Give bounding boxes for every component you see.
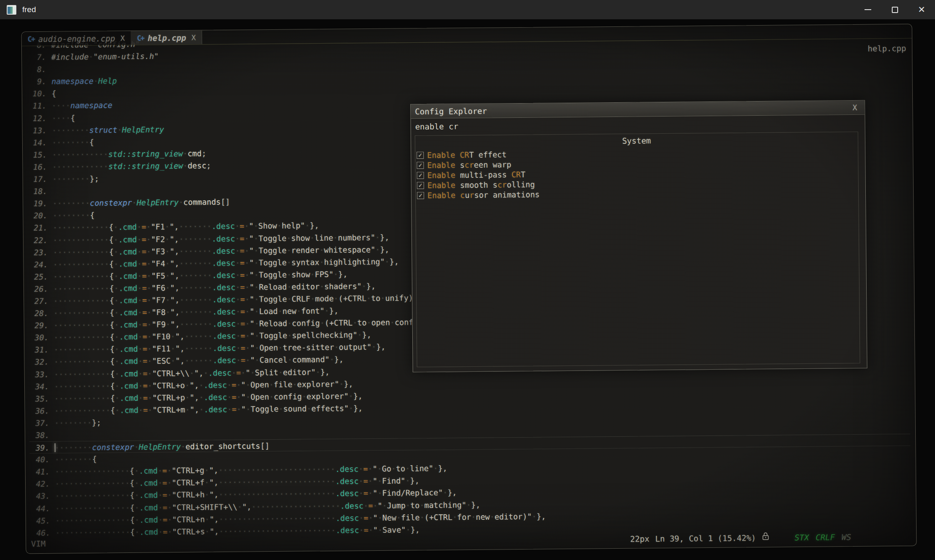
code-token: {: [90, 211, 94, 220]
checkbox-icon[interactable]: ✓: [417, 171, 424, 179]
whitespace-dots: ·: [171, 344, 175, 353]
code-token: },: [353, 404, 362, 412]
checkbox-icon[interactable]: ✓: [417, 192, 424, 199]
code-token: ,: [214, 490, 219, 499]
whitespace-dots: ·: [137, 259, 142, 268]
code-token: .cmd: [119, 332, 138, 341]
code-token: ": [169, 223, 174, 231]
config-search-input[interactable]: [411, 115, 865, 135]
code-token: matching": [424, 500, 466, 510]
dialog-close-button[interactable]: X: [849, 103, 860, 112]
code-token: {: [109, 223, 113, 232]
line-number: 16.: [27, 161, 47, 174]
whitespace-dots: ·: [254, 307, 259, 316]
code-token: =: [368, 501, 373, 510]
checkbox-icon[interactable]: ✓: [417, 161, 424, 169]
whitespace-dots: ·: [137, 235, 141, 244]
code-token: .desc: [336, 526, 359, 534]
whitespace-dots: ·: [183, 149, 188, 158]
code-token: {: [109, 235, 114, 244]
code-token: Find/Replace": [382, 488, 443, 498]
whitespace-dots: ·: [471, 513, 476, 521]
maximize-button[interactable]: [881, 0, 908, 19]
line-number: 8.: [26, 63, 46, 76]
code-token: "CTRL+p: [152, 393, 185, 402]
code-token: .cmd: [139, 503, 158, 512]
code-token: line: [315, 233, 333, 242]
whitespace-dots: ·: [138, 381, 143, 390]
code-token: command": [292, 355, 329, 364]
whitespace-dots: ·: [377, 477, 382, 485]
close-button[interactable]: ✕: [908, 0, 935, 19]
checkbox-icon[interactable]: ✓: [417, 181, 424, 189]
code-token: ,: [195, 405, 199, 414]
code-token: ": [250, 319, 254, 328]
code-token: "CTRL+h: [172, 490, 205, 500]
whitespace-dots: ·: [287, 283, 292, 291]
minimize-button[interactable]: [854, 0, 881, 19]
line-number: 13.: [27, 124, 47, 137]
whitespace-dots: ·: [235, 246, 240, 255]
code-token: =: [141, 223, 146, 231]
whitespace-dots: ············: [53, 296, 109, 305]
code-token: .cmd: [139, 491, 158, 500]
whitespace-dots: ·: [137, 284, 142, 293]
code-token: =: [143, 357, 147, 366]
tab-audio-engine[interactable]: C+ audio-engine.cpp X: [22, 31, 131, 46]
code-token: },: [380, 233, 389, 241]
whitespace-dots: ·: [138, 406, 143, 415]
tab-close-icon[interactable]: X: [191, 33, 195, 41]
whitespace-dots: ·: [114, 247, 118, 256]
whitespace-dots: ·: [115, 406, 120, 415]
whitespace-dots: ·: [278, 343, 283, 352]
whitespace-dots: ·: [254, 283, 259, 291]
code-token: .desc: [208, 368, 232, 377]
code-token: "F2: [151, 235, 165, 244]
whitespace-dots: ·: [377, 464, 382, 473]
whitespace-dots: ·: [297, 307, 301, 316]
code-token: .desc: [340, 501, 364, 510]
code-token: ": [169, 235, 174, 244]
editor-filename-label: help.cpp: [867, 44, 906, 53]
tab-help[interactable]: C+ help.cpp X: [131, 31, 202, 45]
whitespace-dots: ·: [237, 502, 242, 511]
code-token: =: [142, 259, 146, 268]
code-token: },: [329, 306, 339, 315]
whitespace-dots: ·: [254, 270, 259, 279]
code-token: =: [241, 344, 245, 353]
whitespace-dots: ·: [287, 331, 292, 340]
code-token: explorer": [297, 379, 339, 389]
whitespace-dots: ·: [235, 271, 240, 280]
config-options-list: ✓Enable CRT effect✓Enable screen warp✓En…: [415, 146, 858, 200]
code-token: ": [170, 259, 174, 268]
code-token: "F1: [151, 223, 165, 231]
tab-close-icon[interactable]: X: [120, 34, 125, 42]
code-token: {: [110, 345, 115, 354]
code-token: =: [142, 320, 147, 329]
checkbox-icon[interactable]: ✓: [417, 151, 424, 158]
whitespace-dots: ·: [138, 345, 143, 353]
whitespace-dots: ·: [147, 369, 152, 378]
code-token: ,: [214, 478, 219, 487]
whitespace-dots: ·: [433, 464, 438, 473]
whitespace-dots: ·: [310, 270, 315, 279]
code-token: =: [142, 247, 146, 256]
whitespace-dots: ·: [135, 528, 139, 537]
whitespace-dots: ·: [148, 405, 152, 414]
code-token: file: [401, 513, 420, 522]
whitespace-dots: ·: [319, 258, 324, 267]
whitespace-dots: ·: [146, 235, 151, 244]
whitespace-dots: ············: [54, 321, 110, 330]
code-token: .desc: [204, 405, 227, 414]
whitespace-dots: ···················: [251, 501, 340, 511]
whitespace-dots: ········: [52, 138, 89, 147]
code-token: .cmd: [119, 284, 138, 293]
whitespace-dots: ·: [532, 512, 537, 521]
config-option-label: Enable c: [427, 191, 465, 200]
whitespace-dots: ·: [320, 282, 324, 291]
code-token: "F6: [151, 283, 166, 292]
status-flag-ws: WS: [841, 532, 851, 542]
whitespace-dots: ·: [254, 222, 258, 231]
whitespace-dots: ·······: [179, 271, 212, 280]
code-token: },: [537, 512, 546, 521]
